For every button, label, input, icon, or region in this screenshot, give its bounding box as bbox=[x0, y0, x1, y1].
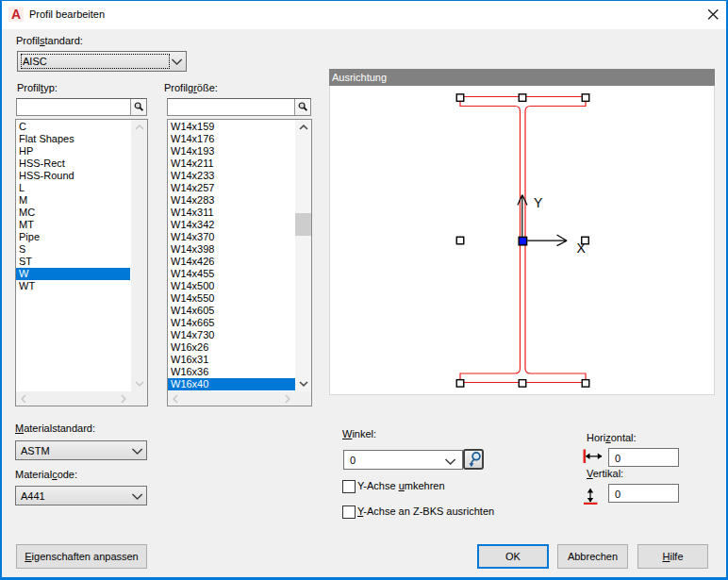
svg-text:Y: Y bbox=[534, 195, 543, 210]
